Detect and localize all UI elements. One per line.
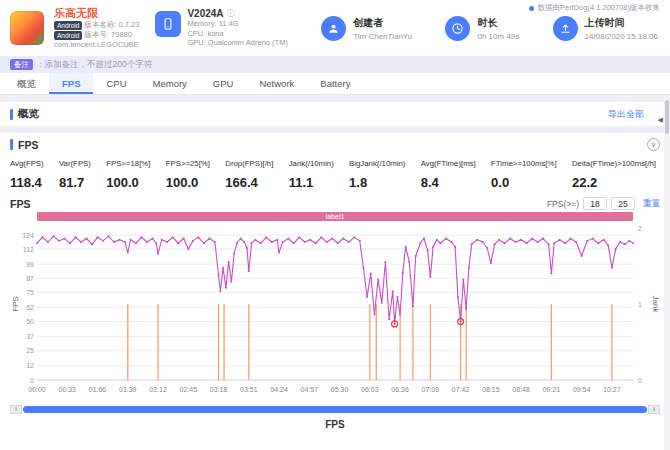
fps-point xyxy=(423,238,425,240)
fps-point xyxy=(402,271,404,273)
metric-value: 1.8 xyxy=(349,175,405,190)
fps-point xyxy=(520,239,522,241)
fps-point xyxy=(326,241,328,243)
fps-point xyxy=(320,236,322,238)
fps-point xyxy=(276,239,278,241)
export-all-link[interactable]: 导出全部 xyxy=(608,108,644,121)
fps-point xyxy=(331,238,333,240)
x-tick-label: 01:06 xyxy=(89,386,107,393)
fps-point xyxy=(228,261,230,263)
upload-block: 上传时间 14/08/2020 15:18:06 xyxy=(553,16,658,41)
device-cpu: CPU: kona xyxy=(187,29,287,39)
reset-button[interactable]: 重置 xyxy=(643,198,660,210)
fps-point xyxy=(471,243,473,245)
app-package: com.tencent.LEGOCUBE xyxy=(54,41,139,50)
duration-block: 时长 0h 10m 49s xyxy=(445,16,519,41)
info-icon[interactable]: ⓘ xyxy=(227,8,235,19)
fps-point xyxy=(468,267,470,269)
fps-point xyxy=(429,276,431,278)
app-icon xyxy=(10,11,44,45)
creator-label: 创建者 xyxy=(353,16,412,30)
fps-point xyxy=(172,236,174,238)
metric-value: 8.4 xyxy=(421,175,476,190)
fps-point xyxy=(97,236,99,238)
report-header: 乐高无限 Android 版本名称: 0.7.23 Android 版本号: 7… xyxy=(0,0,670,56)
fps-point xyxy=(127,252,129,254)
fps-point xyxy=(436,239,438,241)
jank-tick-label: 2 xyxy=(638,225,642,232)
fps-point xyxy=(457,296,459,298)
fps-point xyxy=(362,267,364,269)
device-info: V2024A ⓘ Memory: 11.4G CPU: kona GPU: Qu… xyxy=(187,8,287,48)
fps-threshold-input-1[interactable] xyxy=(583,197,607,210)
vertical-scrollbar-thumb[interactable] xyxy=(665,100,669,134)
fps-point xyxy=(465,308,467,310)
tab-network[interactable]: Network xyxy=(246,73,307,94)
scroll-right-handle[interactable]: ‖ xyxy=(648,405,660,414)
x-tick-label: 06:36 xyxy=(391,386,409,393)
fps-point xyxy=(278,252,280,254)
scroll-thumb[interactable] xyxy=(23,406,647,413)
tab-fps[interactable]: FPS xyxy=(49,73,93,94)
tab-cpu[interactable]: CPU xyxy=(93,73,139,94)
overview-section-header: 概览 导出全部 xyxy=(0,102,670,126)
fps-point xyxy=(222,267,224,269)
panel-collapse-icon[interactable]: ◀ xyxy=(658,116,663,124)
fps-point xyxy=(80,241,82,243)
x-tick-label: 09:21 xyxy=(543,386,561,393)
metric-value: 100.0 xyxy=(166,175,210,190)
metric-5: Jank(/10min)11.1 xyxy=(289,159,334,190)
y-tick-label: 75 xyxy=(26,289,34,296)
fps-point xyxy=(166,241,168,243)
fps-point xyxy=(219,290,221,292)
note-bar[interactable]: 备注 ：添加备注，不超过200个字符 xyxy=(0,56,670,73)
fps-point xyxy=(47,241,49,243)
tab-battery[interactable]: Battery xyxy=(307,73,363,94)
app-version-name: 版本名称: 0.7.23 xyxy=(84,21,139,30)
metric-label: Jank(/10min) xyxy=(289,159,334,168)
collapse-section-button[interactable]: ∨ xyxy=(647,138,660,151)
fps-point xyxy=(119,239,121,241)
fps-point xyxy=(581,255,583,257)
note-badge: 备注 xyxy=(10,59,33,70)
tab-概览[interactable]: 概览 xyxy=(4,73,49,94)
fps-threshold-label: FPS(>=) xyxy=(547,199,579,209)
fps-point xyxy=(570,238,572,240)
fps-point xyxy=(531,238,533,240)
x-tick-label: 05:30 xyxy=(331,386,349,393)
vertical-scrollbar[interactable] xyxy=(664,96,670,450)
x-tick-label: 04:24 xyxy=(270,386,288,393)
fps-point xyxy=(399,314,401,316)
device-gpu: GPU: Qualcomm Adreno (TM) xyxy=(187,38,287,48)
perfdog-report-page: 乐高无限 Android 版本名称: 0.7.23 Android 版本号: 7… xyxy=(0,0,670,450)
app-title: 乐高无限 xyxy=(54,7,139,20)
scroll-left-handle[interactable]: ‖ xyxy=(10,405,22,414)
x-tick-label: 08:48 xyxy=(512,386,530,393)
fps-point xyxy=(498,239,500,241)
fps-point xyxy=(42,236,44,238)
fps-threshold-input-2[interactable] xyxy=(611,197,635,210)
fps-point xyxy=(392,290,394,292)
fps-point xyxy=(509,238,511,240)
fps-point xyxy=(64,238,66,240)
android-badge: Android xyxy=(54,31,82,40)
fps-point xyxy=(315,242,317,244)
tab-memory[interactable]: Memory xyxy=(140,73,200,94)
y-tick-label: 99 xyxy=(26,261,34,268)
duration-value: 0h 10m 49s xyxy=(477,32,519,41)
tab-gpu[interactable]: GPU xyxy=(200,73,247,94)
fps-point xyxy=(113,241,115,243)
fps-point xyxy=(482,241,484,243)
y-tick-label: 0 xyxy=(30,377,34,384)
fps-point xyxy=(454,246,456,248)
fps-chart-svg[interactable]: 01225375062758799112124012FPSJanklabel10… xyxy=(10,212,660,404)
fps-section: FPS ∨ Avg(FPS)118.4Var(FPS)81.7FPS>=18[%… xyxy=(0,133,670,450)
chart-h-scrollbar[interactable]: ‖ ‖ xyxy=(10,405,660,414)
metric-label: Delta(FTime)>100ms[/h] xyxy=(572,159,656,168)
right-axis-title: Jank xyxy=(651,296,660,314)
fps-point xyxy=(309,239,311,241)
x-tick-label: 01:39 xyxy=(119,386,137,393)
fps-point xyxy=(408,261,410,263)
fps-point xyxy=(548,243,550,245)
x-tick-label: 00:33 xyxy=(58,386,76,393)
